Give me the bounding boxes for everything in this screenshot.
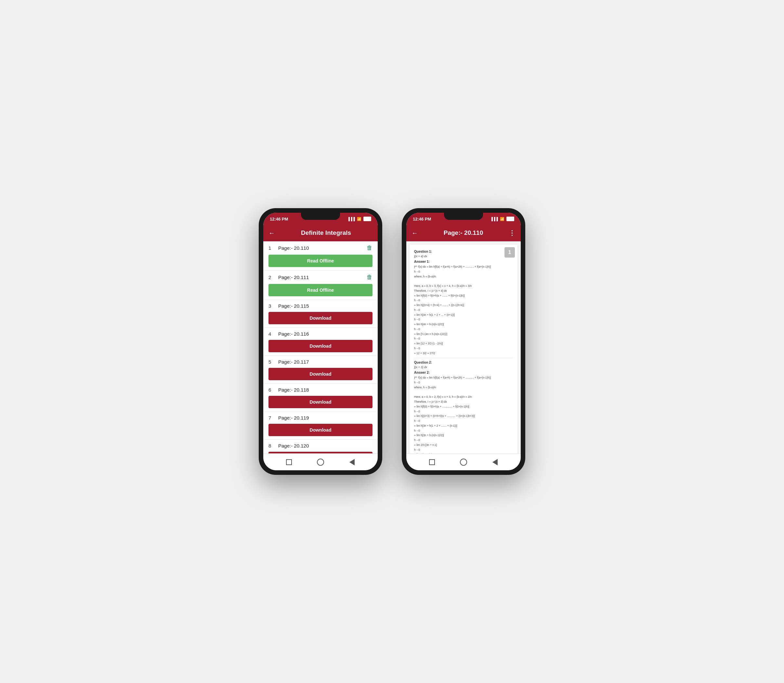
answer-line: h→0: [414, 308, 513, 312]
nav-back-1[interactable]: [347, 458, 357, 467]
list-item: 1Page:- 20.110🗑Read Offline: [263, 241, 378, 271]
signal-icon: ▐▐▐: [347, 217, 355, 221]
status-time-1: 12:46 PM: [270, 216, 288, 221]
list-item: 8Page:- 20.120Download: [263, 440, 378, 454]
content-list: 1Page:- 20.110🗑Read Offline2Page:- 20.11…: [263, 241, 378, 454]
item-label: Page:- 20.115: [278, 303, 373, 309]
answer-line: = lim h[4n + h(1 + 2 + ... + (n+1))]: [414, 313, 513, 317]
answer-line: = lim 2(4 - 2/n): [414, 452, 513, 454]
list-item: 6Page:- 20.118Download: [263, 384, 378, 412]
answer-line: h→0: [414, 429, 513, 433]
list-row: 4Page:- 20.116: [263, 328, 378, 340]
square-icon-2: [429, 459, 435, 465]
nav-home-2[interactable]: [459, 458, 468, 467]
item-number: 6: [269, 387, 275, 393]
phone-1: 12:46 PM ▐▐▐ 📶 100 ← Definite Integrals …: [259, 208, 382, 475]
wifi-icon-2: 📶: [500, 217, 504, 221]
answer-line: = 12 + 3/2 = 27/2: [414, 351, 513, 356]
phone-notch-2: [444, 213, 483, 220]
page-number-badge: 1: [504, 247, 515, 258]
status-time-2: 12:46 PM: [413, 216, 431, 221]
bottom-nav-1: [263, 454, 378, 470]
answer-line: = lim h[(0+4) + (h+4) + ....... + ((n-1)…: [414, 303, 513, 307]
nav-square-2[interactable]: [427, 458, 437, 467]
answer-line: h→0: [414, 448, 513, 452]
phone-2: 12:46 PM ▐▐▐ 📶 100 ← Page:- 20.110 ⋮ 1 Q…: [402, 208, 525, 475]
answer-line: = lim h[f(0) + f(0+h)s + ............. +…: [414, 405, 513, 409]
answer-line: h→0: [414, 346, 513, 351]
trash-icon[interactable]: 🗑: [366, 245, 373, 252]
answer-line: h→0: [414, 269, 513, 274]
answer-line: = lim h[3n + h(1 + 2 + ....... + (n-1))]: [414, 424, 513, 428]
item-number: 1: [269, 245, 275, 251]
item-number: 8: [269, 443, 275, 449]
nav-back-2[interactable]: [491, 458, 499, 467]
trash-icon[interactable]: 🗑: [366, 274, 373, 281]
circle-icon: [317, 459, 324, 466]
list-item: 5Page:- 20.117Download: [263, 356, 378, 384]
triangle-icon-2: [493, 459, 498, 465]
download-button[interactable]: Download: [269, 340, 373, 352]
download-button[interactable]: Download: [269, 312, 373, 324]
answer-line: ∫ᵃᵇ f(x) dx = lim h[f(a) + f(a+h) + f(a+…: [414, 376, 513, 380]
list-row: 5Page:- 20.117: [263, 356, 378, 368]
status-icons-1: ▐▐▐ 📶 100: [347, 216, 371, 221]
item-label: Page:- 20.119: [278, 415, 373, 420]
square-icon: [286, 459, 292, 465]
answer-line: Therefore, I = ∫₀² (x + 3) dx: [414, 400, 513, 404]
list-item: 2Page:- 20.111🗑Read Offline: [263, 271, 378, 300]
answer-line: = lim h[f(0) + f(0+h)s + ....... + f(0+(…: [414, 294, 513, 298]
answer-line: = lim [12 + 3/2·(1 - 2/n)]: [414, 342, 513, 346]
item-number: 7: [269, 415, 275, 420]
item-number: 3: [269, 303, 275, 309]
download-button[interactable]: Download: [269, 396, 373, 408]
more-menu-button[interactable]: ⋮: [509, 229, 515, 237]
header-title-1: Definite Integrals: [280, 229, 373, 236]
section-divider: [414, 358, 513, 358]
item-number: 4: [269, 331, 275, 337]
answer-line: h→0: [414, 327, 513, 332]
answer-line: = lim h[(0+3) + (0+h+3)s + ........... +…: [414, 414, 513, 418]
answer-line: [414, 390, 513, 394]
answer-line: [414, 279, 513, 283]
read-offline-button[interactable]: Read Offline: [269, 284, 373, 296]
back-button-2[interactable]: ←: [411, 229, 418, 237]
answer-title: Answer 2:: [414, 371, 513, 374]
nav-square-1[interactable]: [285, 458, 293, 467]
bottom-nav-2: [406, 454, 521, 470]
answer-line: Here, a = 0, b = 3, f(x) = x + 4, h = (b…: [414, 284, 513, 288]
item-number: 5: [269, 359, 275, 365]
question-title: Question 1:: [414, 250, 513, 253]
question-math: ∫(x + 4) dx: [414, 255, 513, 258]
answer-line: = lim [½·(4n × h·(n(n-1)/2))]: [414, 332, 513, 336]
answer-line: Here, a = 0, b = 2, f(x) = x + 3, h = (b…: [414, 395, 513, 399]
answer-line: ∫ᵃᵇ f(x) dx = lim h[f(a) + f(a+h) + f(a+…: [414, 265, 513, 269]
app-header-1: ← Definite Integrals: [263, 224, 378, 241]
answer-line: = lim 2/n·[3n + n·1]: [414, 443, 513, 447]
list-item: 7Page:- 20.119Download: [263, 412, 378, 440]
answer-line: h→0: [414, 317, 513, 322]
item-label: Page:- 20.110: [278, 245, 363, 251]
question-math: ∫(x + 3) dx: [414, 366, 513, 369]
item-label: Page:- 20.111: [278, 274, 363, 280]
item-label: Page:- 20.120: [278, 443, 373, 449]
question-title: Question 2:: [414, 361, 513, 364]
back-button-1[interactable]: ←: [269, 229, 275, 237]
battery-indicator: 100: [363, 216, 371, 221]
answer-line: = lim h[3n + h·(n(n-1)/2)]: [414, 433, 513, 438]
nav-home-1[interactable]: [316, 458, 325, 467]
download-button[interactable]: Download: [269, 368, 373, 380]
answer-line: h→0: [414, 380, 513, 385]
read-offline-button[interactable]: Read Offline: [269, 255, 373, 267]
list-row: 8Page:- 20.120: [263, 440, 378, 452]
answer-line: where, h = (b-a)/n: [414, 274, 513, 279]
item-label: Page:- 20.118: [278, 387, 373, 393]
header-title-2: Page:- 20.110: [422, 229, 504, 236]
download-button[interactable]: Download: [269, 424, 373, 436]
answer-line: h→0: [414, 419, 513, 423]
answer-line: h→0: [414, 337, 513, 341]
answer-line: = lim h[4n + h·(n(n-1)/2)]: [414, 322, 513, 327]
status-icons-2: ▐▐▐ 📶 100: [490, 216, 514, 221]
list-row: 7Page:- 20.119: [263, 412, 378, 424]
answer-line: where, h = (b-a)/n: [414, 385, 513, 390]
